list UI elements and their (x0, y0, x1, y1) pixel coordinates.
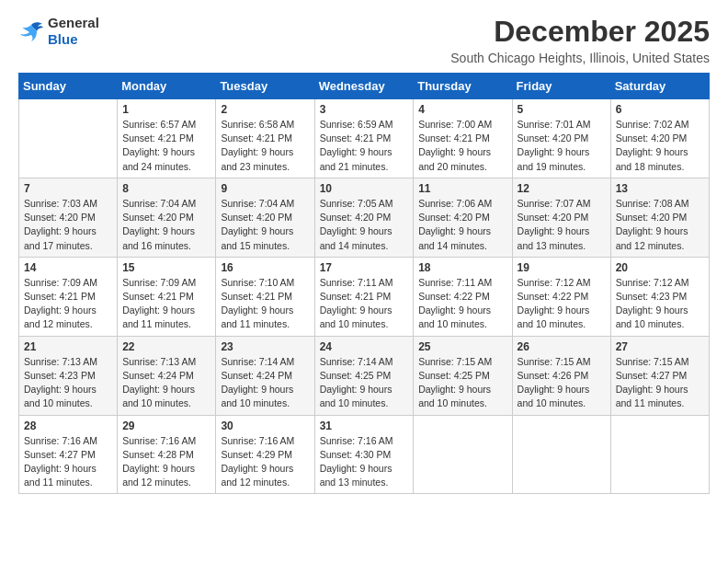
day-info: Sunrise: 7:15 AM Sunset: 4:25 PM Dayligh… (418, 355, 506, 411)
day-number: 31 (320, 419, 409, 432)
day-info: Sunrise: 6:58 AM Sunset: 4:21 PM Dayligh… (221, 118, 309, 174)
calendar-week-3: 14Sunrise: 7:09 AM Sunset: 4:21 PM Dayli… (19, 257, 710, 336)
calendar-cell: 24Sunrise: 7:14 AM Sunset: 4:25 PM Dayli… (314, 336, 414, 415)
day-info: Sunrise: 7:10 AM Sunset: 4:21 PM Dayligh… (221, 276, 309, 332)
logo: General Blue (18, 15, 99, 48)
calendar-week-5: 28Sunrise: 7:16 AM Sunset: 4:27 PM Dayli… (19, 415, 710, 494)
calendar-cell: 25Sunrise: 7:15 AM Sunset: 4:25 PM Dayli… (414, 336, 512, 415)
day-number: 4 (418, 103, 506, 116)
day-number: 20 (616, 261, 704, 274)
calendar-cell: 16Sunrise: 7:10 AM Sunset: 4:21 PM Dayli… (216, 257, 314, 336)
calendar-cell: 17Sunrise: 7:11 AM Sunset: 4:21 PM Dayli… (314, 257, 414, 336)
day-number: 22 (122, 340, 210, 353)
day-number: 16 (221, 261, 309, 274)
calendar-cell: 21Sunrise: 7:13 AM Sunset: 4:23 PM Dayli… (19, 336, 118, 415)
weekday-header-wednesday: Wednesday (314, 74, 414, 99)
calendar-cell: 10Sunrise: 7:05 AM Sunset: 4:20 PM Dayli… (314, 178, 414, 257)
day-number: 24 (320, 340, 409, 353)
calendar-cell (610, 415, 709, 494)
calendar-cell: 30Sunrise: 7:16 AM Sunset: 4:29 PM Dayli… (216, 415, 314, 494)
weekday-header-thursday: Thursday (414, 74, 512, 99)
calendar-cell: 4Sunrise: 7:00 AM Sunset: 4:21 PM Daylig… (414, 99, 512, 178)
day-info: Sunrise: 7:04 AM Sunset: 4:20 PM Dayligh… (122, 197, 210, 253)
day-number: 17 (320, 261, 409, 274)
calendar-cell: 28Sunrise: 7:16 AM Sunset: 4:27 PM Dayli… (19, 415, 118, 494)
calendar-cell: 12Sunrise: 7:07 AM Sunset: 4:20 PM Dayli… (512, 178, 610, 257)
day-number: 25 (418, 340, 506, 353)
calendar-week-2: 7Sunrise: 7:03 AM Sunset: 4:20 PM Daylig… (19, 178, 710, 257)
calendar-cell: 31Sunrise: 7:16 AM Sunset: 4:30 PM Dayli… (314, 415, 414, 494)
weekday-header-row: SundayMondayTuesdayWednesdayThursdayFrid… (19, 74, 710, 99)
day-info: Sunrise: 7:11 AM Sunset: 4:21 PM Dayligh… (320, 276, 409, 332)
calendar-cell: 3Sunrise: 6:59 AM Sunset: 4:21 PM Daylig… (314, 99, 414, 178)
weekday-header-saturday: Saturday (610, 74, 709, 99)
calendar-cell: 13Sunrise: 7:08 AM Sunset: 4:20 PM Dayli… (610, 178, 709, 257)
day-info: Sunrise: 7:11 AM Sunset: 4:22 PM Dayligh… (418, 276, 506, 332)
calendar-header: SundayMondayTuesdayWednesdayThursdayFrid… (19, 74, 710, 99)
title-section: December 2025 South Chicago Heights, Ill… (450, 15, 710, 65)
weekday-header-sunday: Sunday (19, 74, 118, 99)
day-info: Sunrise: 7:00 AM Sunset: 4:21 PM Dayligh… (418, 118, 506, 174)
day-info: Sunrise: 7:15 AM Sunset: 4:26 PM Dayligh… (518, 355, 606, 411)
day-number: 1 (122, 103, 210, 116)
day-info: Sunrise: 7:07 AM Sunset: 4:20 PM Dayligh… (518, 197, 606, 253)
calendar-week-1: 1Sunrise: 6:57 AM Sunset: 4:21 PM Daylig… (19, 99, 710, 178)
day-info: Sunrise: 7:09 AM Sunset: 4:21 PM Dayligh… (24, 276, 112, 332)
day-info: Sunrise: 7:16 AM Sunset: 4:29 PM Dayligh… (221, 434, 309, 490)
day-info: Sunrise: 7:06 AM Sunset: 4:20 PM Dayligh… (418, 197, 506, 253)
day-number: 29 (122, 419, 210, 432)
calendar-cell: 19Sunrise: 7:12 AM Sunset: 4:22 PM Dayli… (512, 257, 610, 336)
day-number: 3 (320, 103, 409, 116)
calendar-cell: 9Sunrise: 7:04 AM Sunset: 4:20 PM Daylig… (216, 178, 314, 257)
day-info: Sunrise: 7:02 AM Sunset: 4:20 PM Dayligh… (616, 118, 704, 174)
calendar-cell: 23Sunrise: 7:14 AM Sunset: 4:24 PM Dayli… (216, 336, 314, 415)
day-number: 13 (616, 182, 704, 195)
day-number: 18 (418, 261, 506, 274)
calendar-cell: 20Sunrise: 7:12 AM Sunset: 4:23 PM Dayli… (610, 257, 709, 336)
calendar-cell: 5Sunrise: 7:01 AM Sunset: 4:20 PM Daylig… (512, 99, 610, 178)
day-number: 7 (24, 182, 112, 195)
day-info: Sunrise: 6:57 AM Sunset: 4:21 PM Dayligh… (122, 118, 210, 174)
calendar-cell: 29Sunrise: 7:16 AM Sunset: 4:28 PM Dayli… (118, 415, 216, 494)
day-info: Sunrise: 7:16 AM Sunset: 4:28 PM Dayligh… (122, 434, 210, 490)
day-number: 28 (24, 419, 112, 432)
calendar-cell: 7Sunrise: 7:03 AM Sunset: 4:20 PM Daylig… (19, 178, 118, 257)
weekday-header-friday: Friday (512, 74, 610, 99)
calendar-cell: 6Sunrise: 7:02 AM Sunset: 4:20 PM Daylig… (610, 99, 709, 178)
calendar-cell: 1Sunrise: 6:57 AM Sunset: 4:21 PM Daylig… (118, 99, 216, 178)
day-info: Sunrise: 7:15 AM Sunset: 4:27 PM Dayligh… (616, 355, 704, 411)
day-number: 26 (518, 340, 606, 353)
day-info: Sunrise: 7:04 AM Sunset: 4:20 PM Dayligh… (221, 197, 309, 253)
day-number: 5 (518, 103, 606, 116)
day-info: Sunrise: 7:01 AM Sunset: 4:20 PM Dayligh… (518, 118, 606, 174)
day-info: Sunrise: 7:16 AM Sunset: 4:27 PM Dayligh… (24, 434, 112, 490)
calendar-week-4: 21Sunrise: 7:13 AM Sunset: 4:23 PM Dayli… (19, 336, 710, 415)
logo-bird-icon (18, 21, 44, 41)
day-info: Sunrise: 7:13 AM Sunset: 4:23 PM Dayligh… (24, 355, 112, 411)
page-header: General Blue December 2025 South Chicago… (18, 15, 710, 65)
calendar-cell: 11Sunrise: 7:06 AM Sunset: 4:20 PM Dayli… (414, 178, 512, 257)
logo-general: General (48, 15, 99, 30)
day-number: 15 (122, 261, 210, 274)
day-number: 8 (122, 182, 210, 195)
day-number: 30 (221, 419, 309, 432)
calendar-cell: 2Sunrise: 6:58 AM Sunset: 4:21 PM Daylig… (216, 99, 314, 178)
day-number: 14 (24, 261, 112, 274)
day-number: 12 (518, 182, 606, 195)
month-title: December 2025 (450, 15, 710, 49)
day-info: Sunrise: 7:05 AM Sunset: 4:20 PM Dayligh… (320, 197, 409, 253)
day-info: Sunrise: 7:16 AM Sunset: 4:30 PM Dayligh… (320, 434, 409, 490)
day-info: Sunrise: 7:08 AM Sunset: 4:20 PM Dayligh… (616, 197, 704, 253)
weekday-header-tuesday: Tuesday (216, 74, 314, 99)
day-info: Sunrise: 7:12 AM Sunset: 4:22 PM Dayligh… (518, 276, 606, 332)
calendar-cell: 8Sunrise: 7:04 AM Sunset: 4:20 PM Daylig… (118, 178, 216, 257)
logo-blue: Blue (48, 31, 78, 47)
calendar-cell: 26Sunrise: 7:15 AM Sunset: 4:26 PM Dayli… (512, 336, 610, 415)
day-number: 19 (518, 261, 606, 274)
day-number: 9 (221, 182, 309, 195)
day-number: 27 (616, 340, 704, 353)
logo-text: General Blue (48, 15, 99, 48)
calendar-cell: 22Sunrise: 7:13 AM Sunset: 4:24 PM Dayli… (118, 336, 216, 415)
day-number: 11 (418, 182, 506, 195)
location-title: South Chicago Heights, Illinois, United … (450, 51, 710, 65)
